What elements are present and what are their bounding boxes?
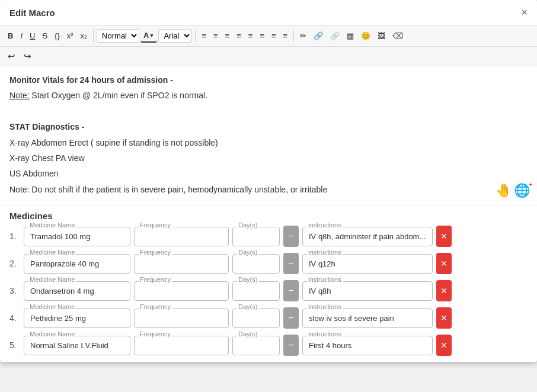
eraser-button[interactable]: ⌫: [389, 30, 406, 42]
table-button[interactable]: ▦: [344, 30, 357, 42]
underline-button[interactable]: U: [27, 30, 38, 42]
italic-button[interactable]: I: [17, 30, 25, 42]
days-input-3[interactable]: [232, 281, 280, 301]
delete-button-5[interactable]: ✕: [436, 335, 452, 356]
instructions-input-1[interactable]: [302, 227, 433, 246]
emoji-button[interactable]: 😊: [358, 30, 373, 42]
align-right-button[interactable]: ≡: [245, 30, 256, 42]
image-icon: 🖼: [378, 31, 385, 40]
highlight-button[interactable]: ✏: [297, 30, 309, 42]
minus-button-5[interactable]: −: [283, 335, 299, 356]
medicine-row-4: 4. Medicine Name Frequency Day(s) − inst…: [9, 307, 528, 329]
frequency-label-2: Frequency: [139, 249, 172, 256]
pen-icon: ✏: [300, 31, 306, 40]
days-input-5[interactable]: [232, 336, 280, 355]
frequency-label-4: Frequency: [139, 303, 172, 310]
superscript-button[interactable]: x²: [64, 30, 76, 42]
instructions-group-5: instructions: [302, 336, 433, 355]
ordered-list-button[interactable]: ≡: [210, 30, 221, 42]
align-right-icon: ≡: [248, 31, 253, 40]
days-label-4: Day(s): [237, 303, 258, 310]
bold-button[interactable]: B: [5, 30, 16, 42]
delete-button-3[interactable]: ✕: [436, 280, 452, 301]
medicine-name-input-5[interactable]: [24, 336, 130, 355]
days-group-4: Day(s): [232, 309, 280, 328]
delete-button-1[interactable]: ✕: [436, 226, 452, 247]
unordered-list-button[interactable]: ≡: [199, 30, 209, 42]
modal-title: Edit Macro: [9, 8, 55, 18]
days-input-1[interactable]: [232, 227, 280, 246]
frequency-input-2[interactable]: [134, 254, 229, 274]
instructions-group-3: instructions: [302, 281, 433, 301]
emoji-icon: 😊: [361, 31, 370, 40]
row-number-2: 2.: [9, 259, 20, 268]
row-number-4: 4.: [9, 313, 20, 323]
medicine-row-5: 5. Medicine Name Frequency Day(s) − inst…: [9, 335, 528, 356]
medicine-name-label-5: Medicine Name: [28, 330, 76, 338]
days-group-2: Day(s): [232, 254, 280, 274]
font-color-button[interactable]: A ▼: [140, 29, 157, 43]
indent-increase-icon: ≡: [283, 31, 288, 40]
frequency-input-1[interactable]: [134, 227, 229, 246]
delete-button-2[interactable]: ✕: [436, 253, 452, 274]
link-button[interactable]: 🔗: [311, 30, 326, 42]
medicine-name-input-2[interactable]: [24, 254, 130, 274]
unlink-button[interactable]: 🔗: [327, 30, 343, 42]
editor-content[interactable]: Monitor Vitals for 24 hours of admission…: [0, 66, 537, 206]
frequency-input-3[interactable]: [134, 281, 229, 301]
redo-button[interactable]: ↪: [21, 49, 34, 63]
minus-button-3[interactable]: −: [283, 280, 299, 301]
instructions-label-1: instructions: [307, 221, 343, 229]
instructions-group-4: instructions: [302, 309, 433, 328]
editor-line-3: STAT Diagnostics -: [9, 120, 528, 133]
code-button[interactable]: {}: [52, 30, 63, 42]
undo-button[interactable]: ↩: [5, 49, 18, 63]
days-input-4[interactable]: [232, 309, 280, 328]
indent-decrease-button[interactable]: ≡: [268, 30, 279, 42]
instructions-input-2[interactable]: [302, 254, 433, 274]
align-center-button[interactable]: ≡: [234, 30, 244, 42]
edit-macro-modal: Edit Macro × B I U S {} x² x₂ Normal A ▼…: [0, 0, 537, 362]
eraser-icon: ⌫: [392, 31, 403, 40]
frequency-label-1: Frequency: [139, 221, 172, 229]
ul-icon: ≡: [202, 31, 206, 40]
toolbar-separator-3: [293, 30, 294, 42]
instructions-input-3[interactable]: [302, 281, 433, 301]
frequency-label-5: Frequency: [139, 330, 172, 338]
frequency-input-4[interactable]: [134, 309, 229, 328]
justify-button[interactable]: ≡: [257, 30, 267, 42]
row-number-1: 1.: [9, 232, 20, 241]
toolbar-separator-2: [195, 30, 196, 42]
instructions-input-4[interactable]: [302, 309, 433, 328]
medicine-name-input-3[interactable]: [24, 281, 130, 301]
medicine-row-2: 2. Medicine Name Frequency Day(s) − inst…: [9, 253, 528, 274]
align-left-button[interactable]: ≡: [222, 30, 233, 42]
editor-line-1: Monitor Vitals for 24 hours of admission…: [9, 73, 528, 86]
font-family-select[interactable]: Arial: [158, 29, 192, 43]
frequency-group-1: Frequency: [134, 227, 229, 246]
medicine-name-label-1: Medicine Name: [28, 221, 76, 229]
delete-button-4[interactable]: ✕: [436, 307, 452, 329]
minus-button-2[interactable]: −: [283, 253, 299, 274]
frequency-label-3: Frequency: [139, 276, 172, 283]
strikethrough-button[interactable]: S: [39, 30, 50, 42]
ol-icon: ≡: [213, 31, 218, 40]
days-label-3: Day(s): [237, 276, 258, 283]
align-left-icon: ≡: [225, 31, 230, 40]
modal-close-button[interactable]: ×: [521, 7, 528, 18]
frequency-input-5[interactable]: [134, 336, 229, 355]
instructions-label-2: instructions: [307, 249, 343, 256]
days-label-1: Day(s): [237, 221, 258, 229]
days-input-2[interactable]: [232, 254, 280, 274]
medicine-row-1: 1. Medicine Name Frequency Day(s) − inst…: [9, 226, 528, 247]
image-button[interactable]: 🖼: [375, 30, 388, 42]
minus-button-1[interactable]: −: [283, 226, 299, 247]
medicine-name-group-1: Medicine Name: [24, 227, 130, 246]
minus-button-4[interactable]: −: [283, 307, 299, 329]
style-select[interactable]: Normal: [97, 29, 139, 43]
indent-increase-button[interactable]: ≡: [280, 30, 291, 42]
medicine-name-input-1[interactable]: [24, 227, 130, 246]
subscript-button[interactable]: x₂: [78, 30, 91, 42]
medicine-name-input-4[interactable]: [24, 309, 130, 328]
instructions-input-5[interactable]: [302, 336, 433, 355]
